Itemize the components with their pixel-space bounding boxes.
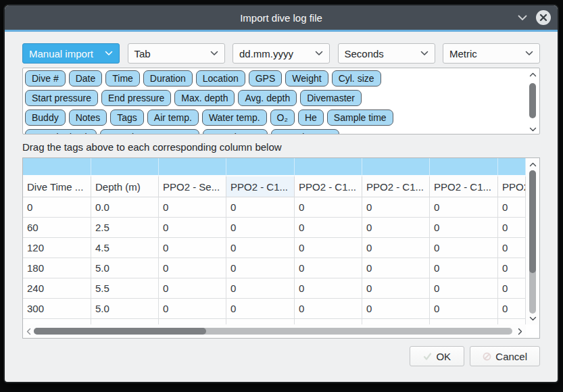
table-cell: 120 <box>23 238 91 258</box>
table-cell: 0 <box>362 299 430 319</box>
date-format-select[interactable]: dd.mm.yyyy <box>232 43 330 64</box>
drop-target-cell[interactable] <box>295 158 362 176</box>
table-cell: 0 <box>498 218 526 238</box>
hscrollbar-thumb[interactable] <box>34 328 206 335</box>
scroll-down-icon[interactable] <box>526 124 539 134</box>
table-header-row: Dive Time ...Depth (m)PPO2 - Se...PPO2 -… <box>23 176 526 197</box>
table-cell: 0 <box>159 238 226 258</box>
drop-target-cell[interactable] <box>159 158 226 176</box>
table-cell: 0 <box>498 197 526 218</box>
drop-target-cell[interactable] <box>498 158 526 176</box>
table-cell <box>159 319 226 324</box>
chevron-down-icon <box>315 51 323 56</box>
table-cell <box>430 319 498 324</box>
tag-notes[interactable]: Notes <box>69 109 107 126</box>
column-drop-row <box>23 158 526 176</box>
tag-gps[interactable]: GPS <box>249 70 283 87</box>
close-icon[interactable] <box>536 10 551 25</box>
scroll-up-icon[interactable] <box>526 70 539 79</box>
table-cell: 5.5 <box>91 278 159 299</box>
tag-divemaster[interactable]: Divemaster <box>300 90 362 106</box>
table-cell <box>295 319 362 324</box>
table-cell: 0 <box>23 197 91 218</box>
table-horizontal-scrollbar[interactable] <box>23 324 526 338</box>
table-cell: 0 <box>226 197 295 218</box>
tag-list-scrollbar[interactable] <box>526 68 539 134</box>
tag-avg-depth[interactable]: Avg. depth <box>238 90 297 106</box>
units-select[interactable]: Metric <box>443 43 540 64</box>
tag-end-pressure[interactable]: End pressure <box>101 90 171 106</box>
scroll-left-icon[interactable] <box>24 324 33 338</box>
drop-target-cell[interactable] <box>430 158 498 176</box>
tag-sample-cns[interactable]: Sample CNS <box>271 129 339 134</box>
tag-o[interactable]: O₂ <box>270 109 295 126</box>
table-cell: 0 <box>159 218 226 238</box>
column-header: Depth (m) <box>91 176 159 197</box>
tag-cyl-size[interactable]: Cyl. size <box>332 70 381 87</box>
tag-start-pressure[interactable]: Start pressure <box>25 90 98 106</box>
table-cell: 60 <box>23 218 91 238</box>
table-cell <box>23 319 91 324</box>
table-cell: 0 <box>226 278 295 299</box>
import-type-value: Manual import <box>29 48 93 59</box>
table-cell: 0.0 <box>91 197 159 218</box>
drop-target-cell[interactable] <box>23 158 91 176</box>
tag-date[interactable]: Date <box>69 70 103 87</box>
titlebar: Import dive log file <box>5 5 558 30</box>
table-cell: 5.0 <box>91 299 159 319</box>
table-scrollbar-thumb[interactable] <box>529 170 536 273</box>
tag-air-temp[interactable]: Air temp. <box>147 109 199 126</box>
window-title: Import dive log file <box>240 12 322 24</box>
tag-he[interactable]: He <box>298 109 324 126</box>
tag-duration[interactable]: Duration <box>143 70 193 87</box>
tag-location[interactable]: Location <box>196 70 245 87</box>
table-vertical-scrollbar[interactable] <box>526 158 539 324</box>
table-cell: 0 <box>159 197 226 218</box>
tag-tags[interactable]: Tags <box>110 109 144 126</box>
ok-button[interactable]: OK <box>410 346 464 366</box>
scroll-down-icon[interactable] <box>526 314 539 323</box>
table-row: 00.0000000 <box>23 197 526 218</box>
tag-buddy[interactable]: Buddy <box>25 109 66 126</box>
tag-scrollbar-thumb[interactable] <box>529 83 536 118</box>
tag-sample-temperature[interactable]: Sample temperature <box>100 129 199 134</box>
cancel-button[interactable]: Cancel <box>470 346 540 366</box>
table-cell: 0 <box>430 278 498 299</box>
cancel-label: Cancel <box>495 351 527 362</box>
table-cell: 0 <box>295 197 362 218</box>
hscrollbar-track[interactable] <box>34 328 512 335</box>
tag-row: BuddyNotesTagsAir temp.Water temp.O₂HeSa… <box>25 109 523 126</box>
table-row: 3005.0000000 <box>23 299 526 319</box>
table-cell: 0 <box>498 278 526 299</box>
duration-format-select[interactable]: Seconds <box>338 43 435 64</box>
drop-target-cell[interactable] <box>362 158 430 176</box>
import-type-select[interactable]: Manual import <box>22 43 120 64</box>
column-header: Dive Time ... <box>23 176 91 197</box>
tag-weight[interactable]: Weight <box>285 70 328 87</box>
drop-target-cell[interactable] <box>91 158 159 176</box>
tag-sample-time[interactable]: Sample time <box>327 109 393 126</box>
table-cell: 0 <box>362 197 430 218</box>
tag-dive[interactable]: Dive # <box>25 70 66 87</box>
table-cell: 240 <box>23 278 91 299</box>
tag-time[interactable]: Time <box>105 70 140 87</box>
tag-sample-depth[interactable]: Sample depth <box>25 129 97 134</box>
tag-row: Dive #DateTimeDurationLocationGPSWeightC… <box>25 70 523 87</box>
tag-water-temp[interactable]: Water temp. <box>202 109 267 126</box>
column-header: PPO2 - C1... <box>430 176 498 197</box>
drop-target-cell[interactable] <box>226 158 295 176</box>
shade-chevron-down-icon[interactable] <box>517 12 528 23</box>
scroll-up-icon[interactable] <box>526 160 539 169</box>
table-cell: 0 <box>295 299 362 319</box>
tag-sample-po[interactable]: Sample pO₂ <box>203 129 267 134</box>
field-separator-select[interactable]: Tab <box>128 43 225 64</box>
tag-max-depth[interactable]: Max. depth <box>174 90 235 106</box>
table-cell: 0 <box>226 299 295 319</box>
table-cell: 0 <box>498 299 526 319</box>
table-row: 1805.0000000 <box>23 258 526 278</box>
titlebar-buttons <box>517 5 551 30</box>
chevron-down-icon <box>105 51 113 56</box>
dialog-buttons: OK Cancel <box>22 346 540 366</box>
scroll-right-icon[interactable] <box>515 324 524 338</box>
table-cell: 5.0 <box>91 258 159 278</box>
